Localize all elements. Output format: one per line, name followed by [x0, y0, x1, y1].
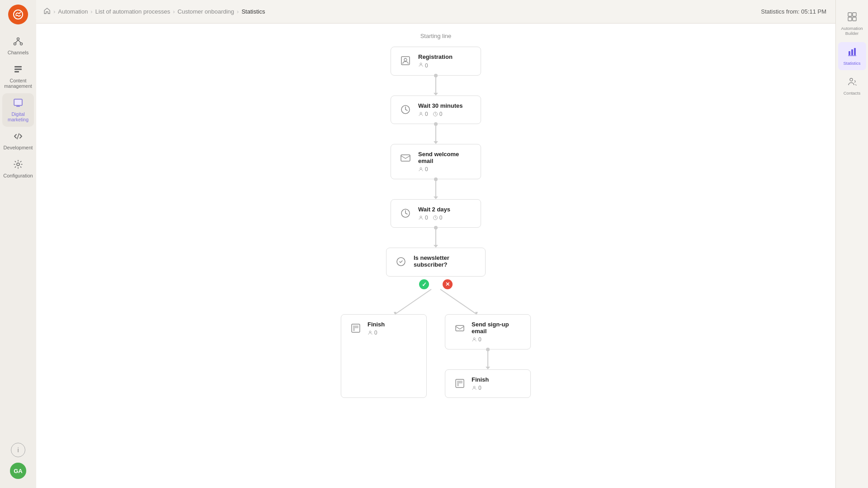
right-nav-contacts[interactable]: Contacts	[838, 72, 866, 100]
statistics-label: Statistics	[843, 61, 860, 66]
automation-builder-icon	[847, 12, 857, 24]
sidebar-item-content-label: Content management	[4, 78, 32, 89]
development-icon	[13, 131, 23, 143]
svg-point-24	[420, 216, 422, 218]
finish-left-icon	[348, 321, 363, 335]
svg-point-0	[14, 10, 23, 19]
send-signup-icon	[453, 321, 467, 335]
svg-rect-39	[848, 17, 852, 21]
people-icon	[418, 62, 424, 69]
registration-node[interactable]: Registration 0	[391, 47, 481, 76]
main-content: › Automation › List of automation proces…	[36, 0, 835, 488]
sidebar-item-digital-label: Digital marketing	[5, 111, 32, 122]
finish-left-count: 0	[374, 330, 377, 336]
finish-right-node[interactable]: Finish 0	[445, 369, 531, 398]
right-nav-automation-builder[interactable]: Automation Builder	[838, 7, 866, 40]
contacts-label: Contacts	[844, 91, 861, 96]
channels-icon	[13, 36, 23, 48]
condition-content: Is newsletter subscriber?	[414, 254, 478, 270]
svg-rect-8	[14, 71, 19, 72]
send-welcome-icon	[398, 151, 413, 165]
svg-point-32	[369, 331, 371, 333]
finish-right-icon	[453, 376, 467, 391]
breadcrumb-sep-3: ›	[173, 8, 175, 15]
condition-wrapper: Is newsletter subscriber? ✓ ✕	[255, 248, 617, 314]
svg-point-14	[17, 163, 19, 166]
breadcrumb-customer[interactable]: Customer onboarding	[177, 8, 234, 15]
registration-stats: 0	[418, 62, 473, 69]
wait2days-node[interactable]: Wait 2 days 0 0	[391, 199, 481, 228]
sidebar-item-channels[interactable]: Channels	[2, 32, 34, 60]
send-signup-title: Send sign-up email	[472, 321, 523, 335]
wait2days-wrapper: Wait 2 days 0 0	[255, 199, 617, 248]
wait30-stats: 0 0	[418, 111, 473, 117]
sidebar-item-development[interactable]: Development	[2, 127, 34, 155]
send-signup-node[interactable]: Send sign-up email 0	[445, 314, 531, 349]
svg-point-34	[473, 338, 475, 340]
starting-line-label: Starting line	[255, 33, 617, 39]
svg-rect-42	[851, 49, 853, 55]
wait2days-time-count: 0	[439, 215, 443, 221]
svg-line-4	[15, 40, 18, 43]
svg-rect-6	[14, 66, 22, 67]
digital-marketing-icon	[13, 98, 23, 110]
svg-point-3	[20, 43, 23, 45]
breadcrumb-automation[interactable]: Automation	[58, 8, 88, 15]
configuration-icon	[13, 159, 23, 171]
automation-builder-label: Automation Builder	[840, 26, 864, 36]
sidebar-item-content[interactable]: Content management	[2, 60, 34, 93]
breadcrumb-list[interactable]: List of automation processes	[95, 8, 170, 15]
finish-left-node[interactable]: Finish 0	[341, 314, 427, 398]
right-panel: Automation Builder Statistics Contacts	[835, 0, 868, 488]
send-welcome-node[interactable]: Send welcome email 0	[391, 144, 481, 179]
info-button[interactable]: i	[11, 443, 25, 457]
breadcrumb-sep-4: ›	[237, 8, 238, 15]
wait30-node[interactable]: Wait 30 minutes 0 0	[391, 96, 481, 124]
breadcrumb-current: Statistics	[242, 8, 265, 15]
registration-content: Registration 0	[418, 53, 473, 69]
registration-title: Registration	[418, 53, 473, 60]
topbar: › Automation › List of automation proces…	[36, 0, 835, 24]
svg-line-13	[17, 134, 19, 139]
breadcrumb-sep-2: ›	[91, 8, 92, 15]
send-welcome-content: Send welcome email 0	[418, 151, 473, 172]
breadcrumb-sep-1: ›	[53, 8, 55, 15]
sidebar-item-development-label: Development	[4, 145, 33, 150]
finish-left-title: Finish	[367, 321, 419, 328]
registration-icon	[398, 53, 413, 68]
right-branch: Send sign-up email 0	[445, 314, 531, 398]
wait2days-icon	[398, 206, 413, 220]
svg-rect-7	[14, 69, 22, 70]
condition-title: Is newsletter subscriber?	[414, 254, 478, 268]
registration-wrapper: Registration 0	[255, 47, 617, 96]
flow-container: Starting line Registration	[255, 24, 617, 488]
svg-point-17	[420, 63, 422, 65]
svg-point-19	[420, 112, 422, 114]
wait30-content: Wait 30 minutes 0 0	[418, 102, 473, 117]
wait2days-stats: 0 0	[418, 215, 473, 221]
branch-nodes: Finish 0	[255, 314, 617, 398]
app-logo[interactable]	[8, 5, 28, 24]
finish-left-content: Finish 0	[367, 321, 419, 336]
sidebar-item-channels-label: Channels	[8, 50, 29, 55]
condition-node[interactable]: Is newsletter subscriber?	[386, 248, 486, 277]
content-icon	[13, 64, 23, 76]
send-welcome-title: Send welcome email	[418, 151, 473, 164]
registration-people-count: 0	[425, 62, 428, 69]
wait2days-people-count: 0	[425, 215, 428, 221]
send-welcome-wrapper: Send welcome email 0	[255, 144, 617, 199]
svg-rect-38	[853, 13, 856, 16]
sidebar-item-configuration-label: Configuration	[3, 173, 33, 178]
stats-time: Statistics from: 05:11 PM	[761, 8, 827, 15]
yes-badge: ✓	[419, 279, 429, 289]
branch-connector-svg	[359, 289, 513, 314]
sidebar-item-configuration[interactable]: Configuration	[2, 155, 34, 183]
finish-right-title: Finish	[472, 376, 523, 383]
svg-line-27	[395, 289, 431, 314]
send-welcome-stats: 0	[418, 166, 473, 172]
breadcrumb-home-icon[interactable]	[43, 7, 51, 16]
user-avatar[interactable]: GA	[10, 463, 26, 479]
sidebar-item-digital[interactable]: Digital marketing	[2, 93, 34, 127]
svg-line-5	[18, 40, 21, 43]
right-nav-statistics[interactable]: Statistics	[838, 42, 866, 70]
